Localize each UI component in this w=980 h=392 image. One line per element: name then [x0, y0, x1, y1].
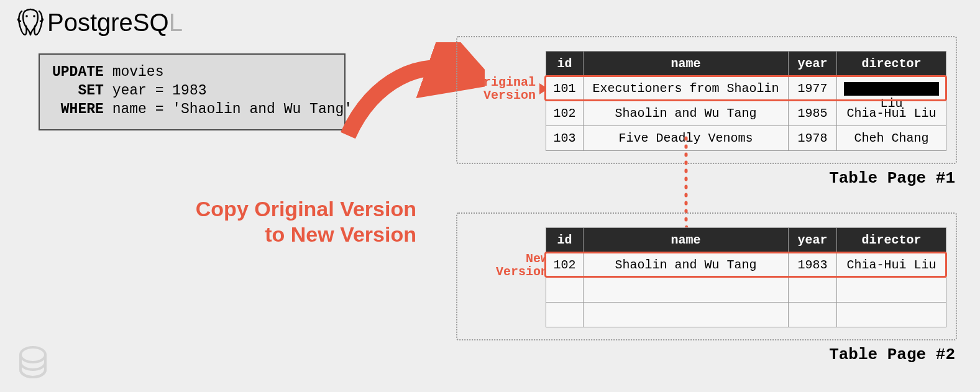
- cell-year: 1985: [789, 101, 837, 126]
- col-id: id: [546, 52, 584, 76]
- cell-id: 102: [546, 253, 584, 278]
- cell-id: 101: [546, 76, 584, 101]
- elephant-icon: [16, 7, 45, 37]
- cell-id: 103: [546, 126, 584, 151]
- table-row: [546, 303, 946, 327]
- headline-line2: to New Version: [265, 222, 416, 246]
- cell-year: 1978: [789, 126, 837, 151]
- col-id: id: [546, 228, 584, 253]
- sql-set-expr: year = 1983: [112, 83, 207, 99]
- cell-id: [546, 303, 584, 327]
- kw-update: UPDATE: [52, 64, 104, 80]
- movies-table-page1: id name year director 101 Executioners f…: [546, 51, 946, 151]
- col-name: name: [584, 228, 789, 253]
- svg-point-0: [25, 15, 28, 17]
- cell-director: Cheh Chang: [837, 126, 946, 151]
- label-original-text: Original Version: [476, 76, 536, 102]
- cell-year: 1977: [789, 76, 837, 101]
- table-page-2: New Version id name year director 102 Sh…: [456, 212, 957, 340]
- cell-name: [584, 303, 789, 327]
- table-row: [546, 278, 946, 303]
- col-year: year: [789, 228, 837, 253]
- logo-text: PostgreSQL: [47, 9, 183, 37]
- col-year: year: [789, 52, 837, 76]
- sql-where-expr: name = 'Shaolin and Wu Tang': [112, 101, 352, 117]
- cell-director: [837, 303, 946, 327]
- cell-director: [837, 278, 946, 303]
- cell-name: Executioners from Shaolin: [584, 76, 789, 101]
- table-row: 103 Five Deadly Venoms 1978 Cheh Chang: [546, 126, 946, 151]
- svg-point-2: [21, 347, 45, 362]
- svg-point-1: [33, 15, 35, 17]
- label-new-text: New Version: [496, 252, 548, 278]
- headline: Copy Original Version to New Version: [118, 196, 416, 248]
- table-header-row: id name year director: [546, 52, 946, 76]
- postgres-logo: PostgreSQL: [16, 7, 183, 37]
- cell-year: [789, 303, 837, 327]
- headline-line1: Copy Original Version: [196, 197, 416, 221]
- watermark-icon: [11, 342, 55, 386]
- caption-page2: Table Page #2: [829, 345, 955, 364]
- col-name: name: [584, 52, 789, 76]
- kw-set: SET: [78, 83, 103, 99]
- col-director: director: [837, 52, 946, 76]
- cell-name: Shaolin and Wu Tang: [584, 253, 789, 278]
- table-header-row: id name year director: [546, 228, 946, 253]
- cell-id: 102: [546, 101, 584, 126]
- cell-year: 1983: [789, 253, 837, 278]
- sql-table: movies: [112, 64, 164, 80]
- cell-director: Chia-Liang Liu: [837, 76, 946, 101]
- sql-query-box: UPDATE movies SET year = 1983 WHERE name…: [39, 53, 346, 130]
- col-director: director: [837, 228, 946, 253]
- kw-where: WHERE: [61, 101, 104, 117]
- cell-year: [789, 278, 837, 303]
- table-page-1: Original Version id name year director 1…: [456, 36, 957, 164]
- table-row: 101 Executioners from Shaolin 1977 Chia-…: [546, 76, 946, 101]
- label-original-version: Original Version: [476, 76, 548, 102]
- cell-name: [584, 278, 789, 303]
- cell-name: Five Deadly Venoms: [584, 126, 789, 151]
- cell-director: Chia-Hui Liu: [837, 253, 946, 278]
- caption-page1: Table Page #1: [829, 169, 955, 188]
- cell-id: [546, 278, 584, 303]
- movies-table-page2: id name year director 102 Shaolin and Wu…: [546, 227, 946, 327]
- redacted-director: Chia-Liang Liu: [844, 82, 938, 96]
- table-row: 102 Shaolin and Wu Tang 1983 Chia-Hui Li…: [546, 253, 946, 278]
- cell-name: Shaolin and Wu Tang: [584, 101, 789, 126]
